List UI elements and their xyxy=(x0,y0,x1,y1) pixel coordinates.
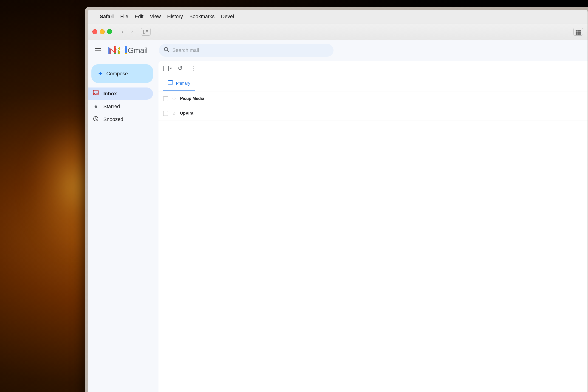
history-menu-item[interactable]: History xyxy=(167,14,183,20)
compose-plus-icon: + xyxy=(98,69,103,78)
bookmarks-menu-item[interactable]: Bookmarks xyxy=(189,14,214,20)
starred-icon: ★ xyxy=(92,103,99,110)
email-toolbar: ▾ ↺ ⋮ xyxy=(158,61,588,76)
compose-button[interactable]: + Compose xyxy=(92,64,153,83)
more-icon: ⋮ xyxy=(190,65,196,72)
more-options-button[interactable]: ⋮ xyxy=(189,64,198,73)
grid-dot xyxy=(579,33,581,35)
email-tabs: Primary xyxy=(158,76,588,92)
hamburger-line xyxy=(95,48,101,49)
tabs-grid-button[interactable] xyxy=(573,28,583,36)
refresh-button[interactable]: ↺ xyxy=(176,64,184,73)
primary-tab[interactable]: Primary xyxy=(163,76,195,91)
starred-label: Starred xyxy=(103,104,120,110)
grid-dot xyxy=(579,30,581,31)
gmail-header: Gmail Search mail xyxy=(88,40,588,61)
search-bar[interactable]: Search mail xyxy=(159,44,334,57)
gmail-main-panel: ▾ ↺ ⋮ xyxy=(158,61,588,392)
inbox-label: Inbox xyxy=(103,91,117,97)
email-sender: Picup Media xyxy=(180,96,230,101)
back-button[interactable]: ‹ xyxy=(118,28,127,36)
macbook-frame: Safari File Edit View History Bookmarks … xyxy=(85,7,588,392)
grid-dot xyxy=(576,30,577,31)
compose-label: Compose xyxy=(106,71,128,77)
svg-line-7 xyxy=(168,50,169,52)
select-all-dropdown[interactable]: ▾ xyxy=(163,66,172,71)
select-all-checkbox[interactable] xyxy=(163,66,168,71)
navigation-buttons: ‹ › xyxy=(118,28,136,36)
sidebar-toggle-icon xyxy=(143,30,148,34)
screen-bezel: Safari File Edit View History Bookmarks … xyxy=(88,10,588,392)
svg-rect-12 xyxy=(168,80,173,84)
forward-button[interactable]: › xyxy=(128,28,136,36)
gmail-search-area: Search mail xyxy=(159,44,334,57)
back-icon: ‹ xyxy=(122,29,123,34)
starred-nav-item[interactable]: ★ Starred xyxy=(88,100,153,112)
hamburger-line xyxy=(95,52,101,52)
traffic-lights xyxy=(92,29,112,34)
email-checkbox[interactable] xyxy=(163,96,168,101)
snoozed-label: Snoozed xyxy=(103,116,123,122)
close-button[interactable] xyxy=(92,29,98,34)
view-menu-item[interactable]: View xyxy=(150,14,161,20)
browser-window: Safari File Edit View History Bookmarks … xyxy=(88,10,588,392)
email-list: ☆ Picup Media ☆ UpViral xyxy=(158,92,588,392)
gmail-body: + Compose Inbox xyxy=(88,61,588,392)
minimize-button[interactable] xyxy=(100,29,105,34)
email-checkbox[interactable] xyxy=(163,111,168,116)
search-placeholder-text: Search mail xyxy=(172,47,329,53)
forward-icon: › xyxy=(132,29,133,34)
file-menu-item[interactable]: File xyxy=(120,14,128,20)
grid-dot xyxy=(579,32,581,33)
safari-toolbar: ‹ › xyxy=(88,24,588,40)
maximize-button[interactable] xyxy=(107,29,112,34)
macos-menubar: Safari File Edit View History Bookmarks … xyxy=(88,10,588,24)
hamburger-line xyxy=(95,50,101,51)
develop-menu-item[interactable]: Devel xyxy=(221,14,234,20)
select-dropdown-arrow[interactable]: ▾ xyxy=(170,66,172,70)
gmail-sidebar: + Compose Inbox xyxy=(88,61,157,392)
grid-dot xyxy=(578,33,579,35)
gmail-wordmark: Gmail xyxy=(128,46,148,55)
search-icon xyxy=(164,46,170,54)
email-row[interactable]: ☆ Picup Media xyxy=(158,92,588,106)
snoozed-icon xyxy=(92,116,99,123)
email-sender: UpViral xyxy=(180,111,230,116)
gmail-content: Gmail Search mail xyxy=(88,40,588,392)
email-row[interactable]: ☆ UpViral xyxy=(158,106,588,121)
sidebar-toggle-button[interactable] xyxy=(141,28,151,36)
refresh-icon: ↺ xyxy=(178,65,183,72)
inbox-icon xyxy=(92,90,99,97)
safari-menu-item[interactable]: Safari xyxy=(100,14,114,20)
primary-tab-icon xyxy=(168,80,173,87)
grid-dot xyxy=(578,30,579,31)
edit-menu-item[interactable]: Edit xyxy=(135,14,144,20)
svg-rect-0 xyxy=(143,30,145,34)
gmail-logo-svg xyxy=(114,46,127,55)
hamburger-menu-button[interactable] xyxy=(93,46,103,54)
email-star-button[interactable]: ☆ xyxy=(172,110,176,116)
primary-tab-label: Primary xyxy=(176,81,190,86)
grid-dot xyxy=(576,33,577,35)
grid-dot xyxy=(578,32,579,33)
snoozed-nav-item[interactable]: Snoozed xyxy=(88,113,153,126)
grid-dot xyxy=(576,32,577,33)
email-star-button[interactable]: ☆ xyxy=(172,96,176,102)
inbox-nav-item[interactable]: Inbox xyxy=(88,88,153,100)
